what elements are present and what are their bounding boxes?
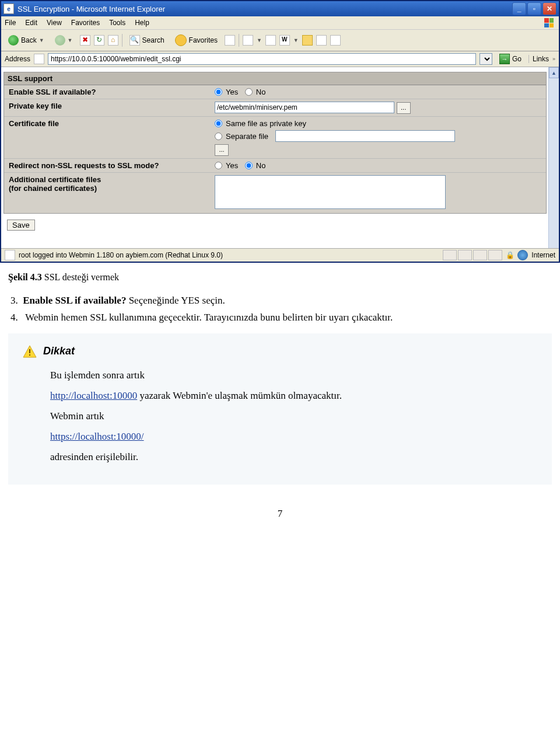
go-arrow-icon: →	[499, 54, 510, 64]
figure-caption: Şekil 4.3 SSL desteği vermek	[8, 271, 552, 284]
notice-paragraph: Webmin artık	[50, 410, 538, 423]
svg-rect-1	[29, 349, 30, 353]
media-icon[interactable]	[225, 35, 235, 46]
notice-heading: Dikkat	[22, 344, 538, 358]
go-button[interactable]: →Go	[496, 54, 525, 64]
ie-window: e SSL Encryption - Microsoft Internet Ex…	[0, 0, 560, 263]
https-link[interactable]: https://localhost:10000/	[50, 431, 144, 442]
redirect-no-radio[interactable]	[245, 162, 253, 169]
star-icon	[175, 34, 187, 46]
cert-same-radio[interactable]	[215, 120, 222, 127]
chevron-down-icon[interactable]: ▼	[257, 37, 262, 43]
stop-icon[interactable]: ✖	[80, 35, 90, 46]
menu-edit[interactable]: Edit	[25, 19, 37, 27]
chevron-down-icon[interactable]: ▼	[39, 37, 44, 43]
http-link[interactable]: http://localhost:10000	[50, 390, 137, 401]
status-cell	[473, 250, 487, 260]
ssl-support-panel: SSL support Enable SSL if available? Yes…	[4, 72, 547, 214]
menu-view[interactable]: View	[47, 19, 62, 27]
menu-favorites[interactable]: Favorites	[71, 19, 100, 27]
scroll-up-arrow-icon[interactable]: ▲	[549, 67, 559, 78]
cert-separate-input[interactable]	[275, 130, 455, 142]
menu-bar: File Edit View Favorites Tools Help	[1, 16, 559, 30]
page-number: 7	[0, 508, 560, 520]
zone-icon	[517, 250, 528, 260]
page-icon	[34, 54, 44, 64]
address-label: Address	[5, 55, 30, 63]
mail-icon[interactable]	[243, 35, 253, 46]
address-input[interactable]	[48, 53, 476, 65]
browse-button[interactable]: ...	[215, 144, 229, 156]
enable-ssl-yes-radio[interactable]	[215, 88, 222, 96]
document-body: Şekil 4.3 SSL desteği vermek 3. Enable S…	[0, 263, 560, 508]
vertical-scrollbar[interactable]: ▲	[548, 67, 559, 248]
lock-icon: 🔒	[506, 251, 514, 259]
warning-icon	[22, 344, 37, 358]
status-text: root logged into Webmin 1.180 on aybiem.…	[19, 251, 223, 259]
close-button[interactable]: ✕	[542, 2, 556, 15]
toolbar: Back▼ ▼ ✖ ↻ ⌂ 🔍Search Favorites ▼ W▼	[1, 30, 559, 51]
enable-ssl-label: Enable SSL if available?	[4, 85, 210, 99]
notice-paragraph: adresinden erişilebilir.	[50, 451, 538, 464]
redirect-ssl-label: Redirect non-SSL requests to SSL mode?	[4, 159, 210, 173]
forward-button[interactable]: ▼	[51, 34, 76, 47]
browse-button[interactable]: ...	[397, 102, 411, 114]
notice-paragraph: https://localhost:10000/	[50, 430, 538, 444]
forward-arrow-icon	[55, 35, 65, 46]
links-label[interactable]: Links	[528, 55, 549, 63]
enable-ssl-no-radio[interactable]	[245, 88, 253, 96]
windows-flag-icon	[542, 16, 555, 29]
messenger-icon[interactable]	[316, 35, 327, 46]
redirect-yes-radio[interactable]	[215, 162, 222, 169]
status-cell	[458, 250, 472, 260]
refresh-icon[interactable]: ↻	[94, 35, 104, 46]
certificate-file-label: Certificate file	[4, 117, 210, 159]
security-zone: Internet	[531, 251, 555, 259]
page-content: ▲ SSL support Enable SSL if available? Y…	[1, 67, 559, 248]
notice-box: Dikkat Bu işlemden sonra artık http://lo…	[8, 333, 552, 485]
back-arrow-icon	[8, 35, 19, 46]
private-key-input[interactable]	[215, 102, 394, 113]
status-cell	[443, 250, 457, 260]
list-item: 3. Enable SSL if available? Seçeneğinde …	[22, 294, 552, 308]
back-button[interactable]: Back▼	[5, 34, 48, 47]
menu-tools[interactable]: Tools	[109, 19, 125, 27]
chevron-down-icon[interactable]: ▼	[68, 37, 73, 43]
additional-cert-label: Additional certificate files (for chaine…	[4, 173, 210, 214]
window-titlebar[interactable]: e SSL Encryption - Microsoft Internet Ex…	[1, 1, 559, 16]
window-title: SSL Encryption - Microsoft Internet Expl…	[18, 5, 512, 13]
cert-separate-radio[interactable]	[215, 133, 222, 140]
home-icon[interactable]: ⌂	[108, 35, 118, 46]
save-button[interactable]: Save	[7, 220, 35, 231]
folder-icon[interactable]	[302, 35, 313, 46]
search-icon: 🔍	[130, 35, 140, 46]
private-key-label: Private key file	[4, 99, 210, 117]
minimize-button[interactable]: _	[512, 2, 526, 15]
address-dropdown[interactable]	[480, 53, 492, 65]
info-icon[interactable]	[330, 35, 341, 46]
chevron-down-icon[interactable]: ▼	[293, 37, 299, 43]
status-cell	[488, 250, 502, 260]
search-button[interactable]: 🔍Search	[126, 34, 168, 47]
page-status-icon	[5, 250, 15, 260]
menu-help[interactable]: Help	[135, 19, 149, 27]
notice-paragraph: http://localhost:10000 yazarak Webmin'e …	[50, 389, 538, 403]
status-bar: root logged into Webmin 1.180 on aybiem.…	[1, 248, 559, 262]
svg-rect-2	[29, 354, 30, 356]
address-bar: Address →Go Links »	[1, 51, 559, 67]
ie-logo-icon: e	[4, 4, 14, 14]
print-icon[interactable]	[265, 35, 276, 46]
menu-file[interactable]: File	[5, 19, 16, 27]
panel-title: SSL support	[4, 72, 546, 85]
notice-paragraph: Bu işlemden sonra artık	[50, 369, 538, 382]
maximize-button[interactable]: ▫	[527, 2, 541, 15]
word-icon[interactable]: W	[279, 35, 290, 46]
list-item: 4. Webmin hemen SSL kullanımına geçecekt…	[22, 311, 552, 325]
additional-cert-textarea[interactable]	[215, 175, 446, 209]
favorites-button[interactable]: Favorites	[172, 33, 221, 47]
